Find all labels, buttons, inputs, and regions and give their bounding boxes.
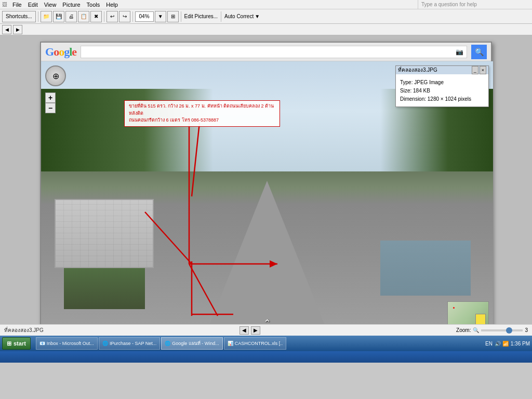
main-area: Google 📷 🔍: [0, 35, 532, 363]
undo-btn[interactable]: ↩: [107, 11, 118, 22]
picture-viewer-statusbar: ที่คลองสอง3.JPG ◀ ▶ Zoom: 🔍 3: [0, 324, 532, 336]
copy-btn[interactable]: 📋: [78, 11, 89, 22]
compass-control[interactable]: ⊕: [45, 65, 66, 86]
taskbar-label-0: Inbox - Microsoft Out...: [47, 341, 94, 346]
windows-taskbar: ⊞ start 📧 Inbox - Microsoft Out... 🌐 IPu…: [0, 336, 532, 351]
taskbar-label-3: CASHCONTROL.xls [..: [235, 341, 283, 346]
tooltip-minimize[interactable]: _: [472, 66, 478, 74]
zoom-value: 04%: [135, 11, 154, 22]
canal-water: [380, 241, 471, 296]
menu-edit[interactable]: Edit: [25, 1, 41, 8]
zoom-out-btn[interactable]: −: [45, 103, 56, 113]
taskbar-icon-2: 🌐: [165, 341, 170, 346]
browser-window: Google 📷 🔍: [40, 42, 492, 338]
menu-help[interactable]: Help: [103, 1, 121, 8]
taskbar-item-0[interactable]: 📧 Inbox - Microsoft Out...: [36, 337, 98, 350]
tooltip-filename: ที่คลองสอง3.JPG: [398, 66, 437, 74]
next-image-btn[interactable]: ▶: [251, 326, 260, 335]
menu-bar: 🖼 File Edit View Picture Tools Help Type…: [0, 0, 532, 9]
zoom-search-icon: 🔍: [473, 327, 479, 333]
separator-1: [38, 11, 38, 22]
annotation-line1: ขายที่ดิน 515 ตรว. กว้าง 26 ม. x 77 ม. ค…: [129, 103, 275, 117]
tb2-btn-1[interactable]: ◀: [2, 25, 11, 34]
google-logo: Google: [45, 45, 76, 59]
toolbar-secondary: ◀ ▶: [0, 24, 532, 35]
redo-btn[interactable]: ↪: [119, 11, 130, 22]
tooltip-title-bar: ที่คลองสอง3.JPG _ ×: [396, 66, 488, 74]
print-btn[interactable]: 🖨: [65, 11, 77, 22]
debris-area: [64, 268, 145, 310]
road: [205, 181, 329, 337]
systray-time: 1:36 PM: [511, 341, 530, 347]
menu-view[interactable]: View: [41, 1, 60, 8]
tooltip-close[interactable]: ×: [480, 66, 486, 74]
auto-correct-btn[interactable]: Auto Correct ▼: [223, 14, 261, 19]
streetview-image: ขายที่ดิน 515 ตรว. กว้าง 26 ม. x 77 ม. ค…: [41, 61, 493, 337]
separator-5: [221, 11, 221, 22]
taskbar-label-2: Google แผนที่ - Wind...: [172, 340, 219, 347]
auto-correct-dropdown-icon: ▼: [255, 14, 260, 19]
systray-lang: EN: [485, 341, 493, 347]
tooltip-size-row: Size: 184 KB: [400, 87, 484, 95]
system-tray: EN 🔊 📶 1:36 PM: [485, 341, 530, 347]
zoom-fit[interactable]: ⊞: [167, 11, 179, 22]
zoom-dropdown[interactable]: ▼: [155, 11, 166, 22]
taskbar-icon-3: 📊: [228, 341, 233, 346]
menu-file[interactable]: File: [9, 1, 25, 8]
search-bar[interactable]: 📷: [81, 46, 467, 58]
edit-pictures-btn[interactable]: Edit Pictures...: [183, 14, 219, 19]
taskbar-item-1[interactable]: 🌐 IPurchase - SAP Net...: [99, 337, 160, 350]
taskbar-label-1: IPurchase - SAP Net...: [110, 341, 156, 346]
wall-left: [55, 199, 154, 268]
app-icon: 🖼: [2, 2, 7, 7]
navigation-controls: ⊕: [45, 65, 66, 86]
start-label: start: [14, 340, 26, 347]
taskbar-item-3[interactable]: 📊 CASHCONTROL.xls [..: [224, 337, 287, 350]
file-info-tooltip: ที่คลองสอง3.JPG _ × Type: JPEG Image Siz…: [395, 65, 489, 107]
windows-logo: ⊞: [7, 340, 11, 347]
zoom-label: Zoom:: [456, 327, 471, 333]
annotation-line2: ถนนคอนกรีตกว้าง 6 เมตร โทร 086-5378887: [129, 117, 275, 124]
streetview-zoom-controls: + −: [45, 92, 56, 113]
tooltip-dimension-row: Dimension: 1280 × 1024 pixels: [400, 95, 484, 103]
prev-image-btn[interactable]: ◀: [240, 326, 249, 335]
auto-correct-label: Auto Correct: [224, 14, 254, 19]
delete-btn[interactable]: ✖: [90, 11, 102, 22]
search-mic-icon[interactable]: 📷: [456, 48, 463, 56]
question-bar-text: Type a question for help: [421, 2, 477, 7]
shortcuts-label: Shortcuts...: [6, 14, 32, 19]
separator-3: [132, 11, 133, 22]
separator-2: [104, 11, 104, 22]
search-icon: 🔍: [475, 48, 484, 56]
browser-header: Google 📷 🔍: [41, 43, 491, 61]
win-taskbar-strip: [0, 351, 532, 363]
start-button[interactable]: ⊞ start: [2, 337, 31, 350]
zoom-in-btn[interactable]: +: [45, 92, 56, 103]
taskbar-item-2[interactable]: 🌐 Google แผนที่ - Wind...: [161, 337, 223, 350]
tb2-btn-2[interactable]: ▶: [13, 25, 22, 34]
separator-4: [181, 11, 181, 22]
help-question-bar: Type a question for help: [418, 0, 532, 9]
viewer-navigation: ◀ ▶: [240, 326, 260, 335]
systray-icons: 🔊 📶: [495, 341, 509, 347]
tooltip-content: Type: JPEG Image Size: 184 KB Dimension:…: [400, 78, 484, 103]
toolbar-primary: Shortcuts... 📁 💾 🖨 📋 ✖ ↩ ↪ 04% ▼ ⊞ Edit …: [0, 9, 532, 24]
open-btn[interactable]: 📁: [41, 11, 52, 22]
menu-picture[interactable]: Picture: [59, 1, 83, 8]
edit-pictures-label: Edit Pictures...: [184, 14, 218, 19]
zoom-percent-value: 3: [525, 327, 528, 333]
zoom-control-bar: Zoom: 🔍 3: [456, 327, 528, 333]
tooltip-type-row: Type: JPEG Image: [400, 78, 484, 87]
menu-tools[interactable]: Tools: [84, 1, 103, 8]
search-input[interactable]: [84, 48, 456, 56]
taskbar-icon-1: 🌐: [102, 341, 108, 346]
zoom-slider-thumb[interactable]: [506, 327, 512, 334]
property-annotation-box: ขายที่ดิน 515 ตรว. กว้าง 26 ม. x 77 ม. ค…: [124, 100, 280, 127]
viewer-filename: ที่คลองสอง3.JPG: [4, 326, 44, 334]
shortcuts-btn[interactable]: Shortcuts...: [2, 11, 36, 22]
taskbar-icon-0: 📧: [39, 341, 45, 346]
save-btn[interactable]: 💾: [53, 11, 64, 22]
zoom-slider[interactable]: [481, 329, 523, 331]
search-button[interactable]: 🔍: [471, 45, 487, 59]
